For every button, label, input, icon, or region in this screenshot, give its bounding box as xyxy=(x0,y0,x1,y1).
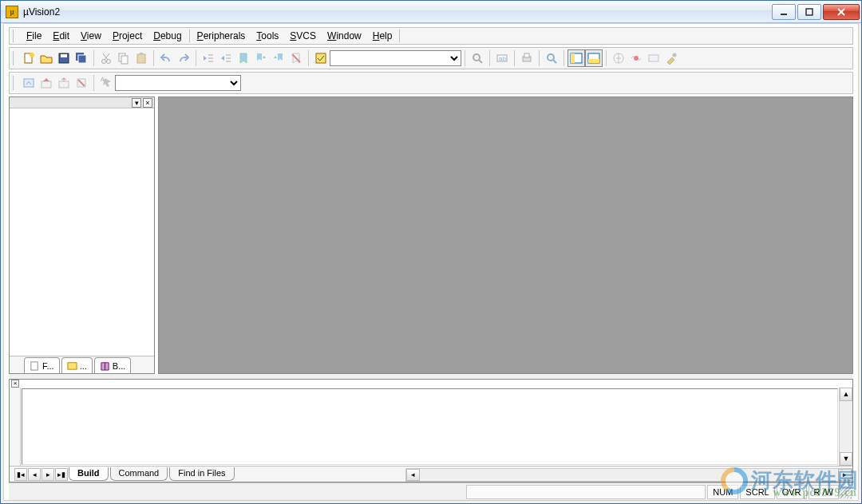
find-in-files-icon xyxy=(314,52,327,65)
new-file-button[interactable] xyxy=(20,49,38,67)
output-text[interactable] xyxy=(22,388,838,465)
tab-nav-first-icon[interactable]: ▮◂ xyxy=(14,468,27,481)
menu-svcs[interactable]: SVCS xyxy=(284,29,322,43)
output-tabs: ▮◂ ◂ ▸ ▸▮ BuildCommandFind in Files ◂ ▸ xyxy=(10,466,852,482)
output-tab-find-in-files[interactable]: Find in Files xyxy=(169,467,234,481)
scroll-down-icon[interactable]: ▼ xyxy=(840,452,852,466)
tab-nav-next-icon[interactable]: ▸ xyxy=(42,468,54,481)
svg-rect-48 xyxy=(68,363,77,369)
books-tab-icon xyxy=(100,360,110,371)
menu-debug[interactable]: Debug xyxy=(148,29,187,43)
status-main xyxy=(466,485,706,499)
svg-rect-25 xyxy=(316,53,326,63)
svg-rect-42 xyxy=(42,81,51,88)
menu-view[interactable]: View xyxy=(75,29,107,43)
indent-right-icon xyxy=(219,52,232,65)
indent-left-icon xyxy=(202,52,215,65)
output-hscrollbar[interactable]: ◂ ▸ xyxy=(405,468,852,482)
options-button xyxy=(627,49,645,67)
project-tree[interactable] xyxy=(10,108,154,356)
project-tab-regs[interactable]: ... xyxy=(61,357,93,373)
project-window-button[interactable] xyxy=(567,49,585,67)
indent-left-button xyxy=(200,49,217,67)
undo-icon xyxy=(160,52,172,65)
project-panel-header: ▾ × xyxy=(10,97,154,108)
copy-button xyxy=(115,49,132,67)
svg-rect-47 xyxy=(31,362,38,370)
output-vscrollbar[interactable]: ▲ ▼ xyxy=(839,388,852,466)
print-button xyxy=(518,49,536,67)
svg-line-33 xyxy=(553,60,556,63)
toolbar2-grip[interactable] xyxy=(13,76,18,90)
resize-grip[interactable] xyxy=(839,486,852,498)
project-tab-books[interactable]: B... xyxy=(94,357,132,373)
editor-mdi-area[interactable] xyxy=(158,96,853,374)
project-tab-files[interactable]: F... xyxy=(24,357,60,373)
project-panel-close[interactable]: × xyxy=(143,98,152,108)
find-in-files-button[interactable] xyxy=(312,49,330,67)
output-window-button[interactable] xyxy=(585,49,603,67)
client-area: FileEditViewProjectDebugPeripheralsTools… xyxy=(3,23,859,501)
output-tab-command[interactable]: Command xyxy=(110,467,168,481)
indent-right-button xyxy=(217,49,235,67)
project-panel-dropdown[interactable]: ▾ xyxy=(132,98,141,108)
paste-button xyxy=(132,49,150,67)
download-button: A xyxy=(97,74,115,92)
menu-window[interactable]: Window xyxy=(322,29,367,43)
svg-rect-43 xyxy=(59,81,69,88)
menu-edit[interactable]: Edit xyxy=(47,29,75,43)
bookmark-toggle-button xyxy=(235,49,252,67)
title-bar[interactable]: µ µVision2 xyxy=(1,1,861,23)
close-button[interactable] xyxy=(823,4,860,20)
save-all-icon xyxy=(75,52,88,65)
find-combo[interactable] xyxy=(330,50,461,66)
output-panel-close[interactable]: × xyxy=(11,380,19,388)
svg-rect-31 xyxy=(524,53,529,57)
save-icon xyxy=(57,52,70,65)
menu-file[interactable]: File xyxy=(21,29,47,43)
svg-rect-9 xyxy=(78,55,86,63)
scroll-left-icon[interactable]: ◂ xyxy=(406,469,420,481)
bookmark-next-button xyxy=(252,49,270,67)
save-button[interactable] xyxy=(55,49,73,67)
svg-line-27 xyxy=(479,60,482,63)
minimize-button[interactable] xyxy=(772,4,796,20)
menubar-grip[interactable] xyxy=(13,30,18,42)
scroll-right-icon[interactable]: ▸ xyxy=(838,469,852,481)
menu-tools[interactable]: Tools xyxy=(251,29,284,43)
output-panel: × ▲ ▼ ▮◂ ◂ ▸ ▸▮ BuildCommandFind in File… xyxy=(9,379,853,482)
new-file-icon xyxy=(22,52,35,65)
debug-button xyxy=(543,49,560,67)
build-toolbar: A xyxy=(9,72,853,94)
app-icon: µ xyxy=(6,6,18,18)
open-file-button[interactable] xyxy=(38,49,55,67)
maximize-button[interactable] xyxy=(797,4,821,20)
bookmark-clear-button xyxy=(287,49,305,67)
tab-nav-prev-icon[interactable]: ◂ xyxy=(28,468,41,481)
project-tab-label: ... xyxy=(80,361,87,371)
target-combo[interactable] xyxy=(115,75,241,91)
menu-bar: FileEditViewProjectDebugPeripheralsTools… xyxy=(9,27,853,45)
incremental-find-icon: ab xyxy=(496,52,508,65)
application-window: µ µVision2 FileEditViewProjectDebugPerip… xyxy=(0,0,862,504)
tools-icon xyxy=(665,52,678,65)
project-tab-label: F... xyxy=(42,361,54,371)
svg-rect-39 xyxy=(649,55,658,61)
scroll-up-icon[interactable]: ▲ xyxy=(840,388,852,401)
svg-point-32 xyxy=(548,54,554,61)
svg-rect-35 xyxy=(571,53,575,63)
translate-icon xyxy=(22,77,35,89)
cut-button xyxy=(97,49,115,67)
menu-project[interactable]: Project xyxy=(107,29,148,43)
toolbar1-grip[interactable] xyxy=(13,51,18,65)
svg-text:A: A xyxy=(101,77,105,82)
status-num: NUM xyxy=(707,485,738,499)
save-all-button[interactable] xyxy=(73,49,90,67)
output-tab-build[interactable]: Build xyxy=(69,467,109,481)
menu-help[interactable]: Help xyxy=(367,29,398,43)
svg-rect-37 xyxy=(588,59,599,63)
bookmark-prev-icon xyxy=(272,52,285,65)
tab-nav-last-icon[interactable]: ▸▮ xyxy=(55,468,68,481)
rebuild-button xyxy=(55,74,73,92)
menu-peripherals[interactable]: Peripherals xyxy=(192,29,251,43)
